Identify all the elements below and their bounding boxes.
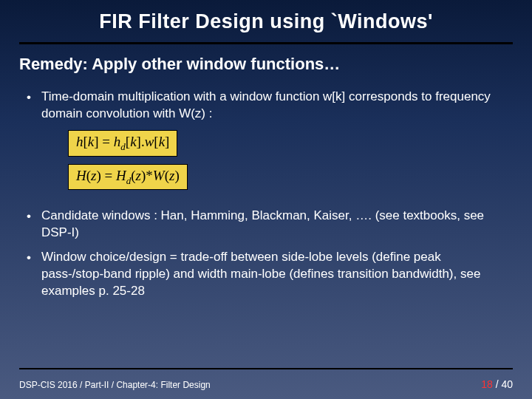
bullet-item: • Time-domain multiplication with a wind… (27, 89, 505, 123)
bullet-text: Candidate windows : Han, Hamming, Blackm… (41, 208, 505, 242)
page-total: 40 (501, 378, 513, 390)
page-current: 18 (481, 378, 493, 390)
footer: DSP-CIS 2016 / Part-II / Chapter-4: Filt… (19, 378, 513, 390)
footer-course-info: DSP-CIS 2016 / Part-II / Chapter-4: Filt… (19, 380, 211, 390)
bullet-dot-icon: • (27, 89, 41, 106)
equation-2: H(z) = Hd(z)*W(z) (68, 164, 188, 191)
remedy-heading: Remedy: Apply other window functions… (0, 44, 532, 74)
bullet-dot-icon: • (27, 249, 41, 267)
bullet-item: • Window choice/design = trade-off betwe… (27, 249, 505, 300)
slide-body: • Time-domain multiplication with a wind… (0, 74, 532, 300)
page-separator: / (493, 378, 502, 390)
slide: FIR Filter Design using `Windows' Remedy… (0, 0, 532, 399)
footer-divider (19, 368, 513, 369)
page-number: 18 / 40 (481, 378, 513, 390)
bullet-text: Time-domain multiplication with a window… (41, 89, 505, 123)
equation-1: h[k] = hd[k].w[k] (68, 130, 177, 157)
equation-block: h[k] = hd[k].w[k] H(z) = Hd(z)*W(z) (68, 130, 505, 198)
slide-title: FIR Filter Design using `Windows' (0, 0, 532, 39)
bullet-item: • Candidate windows : Han, Hamming, Blac… (27, 208, 505, 242)
bullet-text: Window choice/design = trade-off between… (41, 249, 505, 300)
bullet-dot-icon: • (27, 208, 41, 225)
